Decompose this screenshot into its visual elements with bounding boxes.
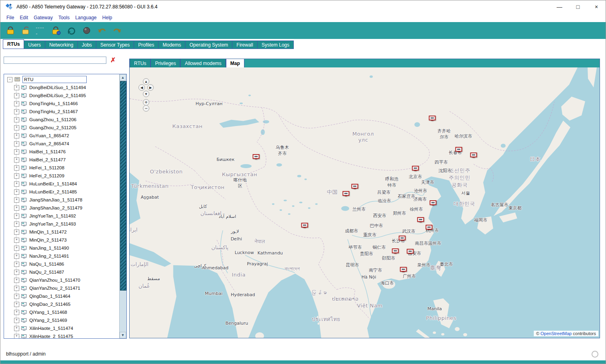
rtu-map-marker[interactable] [470,153,477,160]
expand-plus-icon[interactable]: + [14,165,19,171]
tree-item[interactable]: + HaiBei_1_511476 [10,148,120,156]
rtu-map-marker[interactable] [252,154,260,162]
scroll-up-icon[interactable]: ▲ [120,74,126,81]
main-tab[interactable]: Firewall [232,41,257,49]
expand-plus-icon[interactable]: + [14,93,19,98]
tree-item[interactable]: + JiangShanJiao_2_511479 [10,204,120,212]
tree-item[interactable]: + QingDao_1_511464 [10,292,120,300]
tree-item[interactable]: + MinQin_1_511472 [10,228,120,236]
pan-down-button[interactable]: ▼ [143,91,149,97]
zoom-in-button[interactable]: + [143,99,149,106]
tree-item[interactable]: + HuLunBeiEr_1_511484 [10,180,120,188]
tree-item[interactable]: + XilinHaote_1_511474 [10,324,120,332]
expand-plus-icon[interactable]: + [14,238,19,243]
sub-tab[interactable]: Allowed modems [180,59,226,67]
menu-item[interactable]: File [4,14,17,21]
tree-item[interactable]: + NaQu_2_511487 [10,268,120,276]
expand-plus-icon[interactable]: + [14,181,19,187]
maximize-button[interactable]: □ [569,0,587,13]
zoom-out-button[interactable]: − [143,105,149,112]
rtu-map-marker[interactable] [392,248,399,256]
menu-item[interactable]: Edit [17,14,31,21]
tree-item[interactable]: + GuYuan_1_865472 [10,132,120,140]
expand-plus-icon[interactable]: + [14,222,19,227]
tree-item[interactable]: + HaiBei_2_511477 [10,156,120,164]
sub-tab[interactable]: Privileges [150,59,180,67]
tree-item[interactable]: + QIngDao_2_511465 [10,300,120,308]
tree-item[interactable]: + GuangZhou_1_511206 [10,116,120,124]
expand-plus-icon[interactable]: + [14,278,19,283]
expand-plus-icon[interactable]: + [14,189,19,195]
expand-plus-icon[interactable]: + [14,230,19,235]
tree-item[interactable]: + DongBeiDiLiSuo_1_511494 [10,83,120,92]
pan-left-button[interactable]: ◀ [138,84,145,91]
map-canvas[interactable]: КазахстанМонгол улсO'zbekistonКыргызстан… [130,67,600,338]
tree-item[interactable]: + QiYang_1_511468 [10,308,120,316]
tree-item[interactable]: + JiangShanJiao_1_511478 [10,196,120,204]
main-tab[interactable]: Jobs [78,41,96,49]
expand-plus-icon[interactable]: + [14,125,19,130]
tree-item[interactable]: + NanJing_1_511490 [10,244,120,252]
rtu-map-marker[interactable] [455,146,462,154]
pan-right-button[interactable]: ▶ [147,84,154,91]
rtu-map-marker[interactable] [429,116,436,123]
expand-plus-icon[interactable]: + [14,149,19,155]
expand-plus-icon[interactable]: + [14,302,19,307]
tree-item[interactable]: + DongTingHu_1_511466 [10,100,120,108]
menu-item[interactable]: Tools [55,14,72,21]
tree-item[interactable]: + HuLunBeiEr_2_511485 [10,188,120,196]
expand-plus-icon[interactable]: + [14,85,19,90]
tree-item[interactable]: + GuYuan_2_865474 [10,140,120,148]
main-tab[interactable]: Sensor Types [96,41,134,49]
main-tab[interactable]: Modems [159,41,185,49]
main-tab[interactable]: Networking [45,41,78,49]
minimize-button[interactable]: — [550,0,569,13]
rtu-map-marker[interactable] [351,183,358,191]
undo-icon[interactable] [97,25,107,36]
tree-item[interactable]: + GuangZhou_2_511205 [10,124,120,132]
menu-item[interactable]: Language [72,14,99,21]
lock-open-icon[interactable] [20,25,31,36]
collapse-minus-icon[interactable]: − [7,77,12,82]
main-tab[interactable]: Profiles [134,41,159,49]
expand-plus-icon[interactable]: + [14,294,19,299]
expand-plus-icon[interactable]: + [14,157,19,163]
rtu-map-marker[interactable] [399,235,406,243]
tree-item[interactable]: + XilinHaote_2_511475 [10,332,120,338]
lock-closed-icon[interactable] [5,25,16,36]
rtu-map-marker[interactable] [425,225,433,232]
tree-item[interactable]: + QianYanZhou_1_511470 [10,276,120,284]
expand-plus-icon[interactable]: + [14,326,19,331]
tree-item[interactable]: + JingYueTan_1_511492 [10,212,120,220]
expand-plus-icon[interactable]: + [14,109,19,114]
openstreetmap-link[interactable]: OpenStreetMap [541,331,572,336]
expand-plus-icon[interactable]: + [14,197,19,203]
rtu-map-marker[interactable] [407,249,414,256]
menu-item[interactable]: Gateway [31,14,55,21]
redo-icon[interactable] [112,25,122,36]
clear-search-icon[interactable]: ✗ [110,57,116,63]
connection-status-icon[interactable] [81,25,92,36]
tree-item[interactable]: + NanJing_2_511491 [10,252,120,260]
expand-plus-icon[interactable]: + [14,334,19,339]
tree-item[interactable]: + DongBeiDiLiSuo_2_511495 [10,92,120,100]
tree-item[interactable]: + QianYanZhou_2_511471 [10,284,120,292]
main-tab[interactable]: Users [24,41,45,49]
rtu-map-marker[interactable] [417,217,424,225]
main-tab[interactable]: Operating System [185,41,232,49]
tree-item[interactable]: + JingYueTan_2_511493 [10,220,120,228]
expand-plus-icon[interactable]: + [14,141,19,146]
tree-item[interactable]: + DongTingHu_2_511467 [10,108,120,116]
expand-plus-icon[interactable]: + [14,246,19,251]
tree-item[interactable]: + HeFei_2_511209 [10,172,120,180]
refresh-icon[interactable] [66,25,77,36]
tree-item[interactable]: + NaQu_1_511486 [10,260,120,268]
tree-root-row[interactable]: − RTU [4,75,120,83]
sub-tab[interactable]: Map [226,59,244,67]
expand-plus-icon[interactable]: + [14,270,19,275]
expand-plus-icon[interactable]: + [14,117,19,122]
rtu-map-marker[interactable] [400,266,407,274]
expand-plus-icon[interactable]: + [14,286,19,291]
tree-item[interactable]: + QiYang_2_511469 [10,316,120,324]
sub-tab[interactable]: RTUs [130,59,150,67]
